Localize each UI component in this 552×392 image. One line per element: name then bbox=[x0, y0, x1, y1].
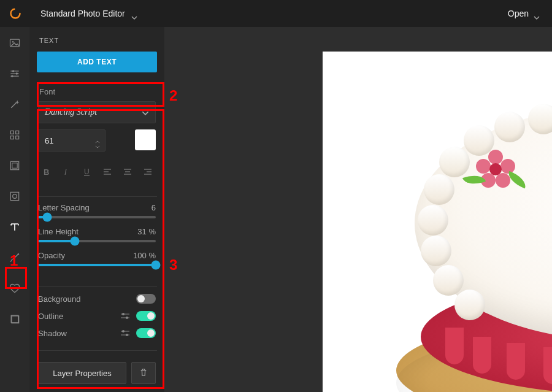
editor-canvas[interactable]: HAPPY Z bbox=[164, 27, 552, 392]
layers-tool[interactable] bbox=[7, 312, 22, 326]
annotation-num-2: 2 bbox=[169, 87, 177, 104]
elements-tool[interactable] bbox=[7, 128, 22, 142]
overlay-tool[interactable] bbox=[7, 189, 22, 204]
annotation-num-1: 1 bbox=[10, 252, 18, 269]
tool-strip bbox=[0, 27, 29, 392]
add-text-button[interactable]: ADD TEXT bbox=[37, 52, 157, 72]
svg-point-5 bbox=[11, 75, 13, 77]
svg-point-4 bbox=[16, 72, 18, 74]
document: HAPPY Z bbox=[323, 52, 552, 392]
editor-mode-label: Standard Photo Editor bbox=[40, 9, 125, 18]
open-button[interactable]: Open bbox=[508, 9, 543, 18]
chevron-down-icon bbox=[534, 12, 540, 15]
open-label: Open bbox=[508, 9, 529, 18]
top-bar: Standard Photo Editor Open bbox=[0, 0, 552, 27]
text-tool[interactable] bbox=[7, 220, 22, 234]
svg-point-2 bbox=[12, 41, 13, 43]
svg-point-13 bbox=[13, 194, 17, 199]
svg-rect-15 bbox=[11, 315, 18, 323]
chevron-down-icon bbox=[131, 12, 137, 15]
svg-rect-6 bbox=[10, 131, 13, 134]
annotation-box-3 bbox=[37, 109, 164, 389]
image-tool[interactable] bbox=[7, 36, 22, 50]
frame-tool[interactable] bbox=[7, 158, 22, 173]
annotation-box-1 bbox=[5, 267, 27, 289]
editor-mode-select[interactable]: Standard Photo Editor bbox=[40, 9, 137, 18]
panel-title: TEXT bbox=[29, 27, 164, 52]
svg-rect-7 bbox=[16, 131, 19, 134]
svg-rect-16 bbox=[12, 316, 19, 323]
app-logo-icon bbox=[9, 7, 22, 20]
svg-point-0 bbox=[11, 9, 20, 18]
svg-rect-8 bbox=[10, 136, 13, 139]
svg-rect-12 bbox=[10, 192, 18, 200]
annotation-num-3: 3 bbox=[169, 256, 177, 274]
svg-rect-9 bbox=[16, 136, 19, 139]
effects-tool[interactable] bbox=[7, 97, 22, 112]
add-text-label: ADD TEXT bbox=[77, 58, 117, 66]
svg-point-3 bbox=[12, 70, 14, 72]
adjust-tool[interactable] bbox=[7, 66, 22, 81]
annotation-box-2 bbox=[37, 82, 164, 107]
svg-rect-11 bbox=[12, 163, 17, 168]
